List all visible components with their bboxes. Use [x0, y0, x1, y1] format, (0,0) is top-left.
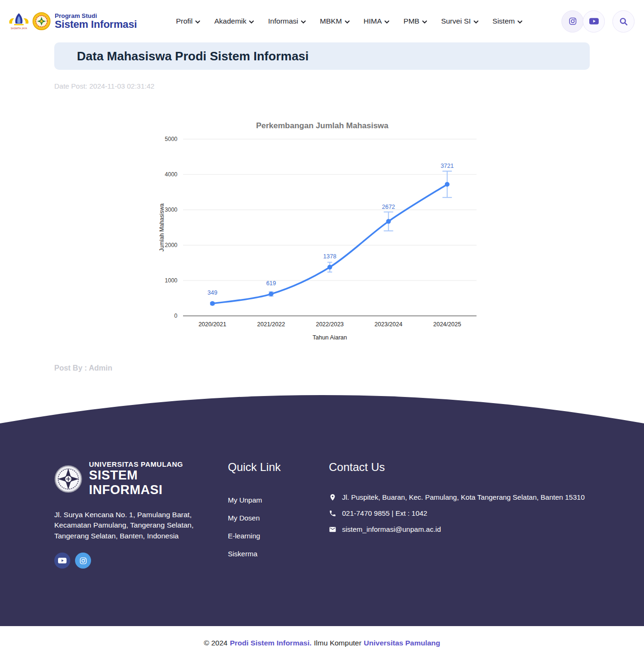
- footer-brand-text: UNIVERSITAS PAMULANG SISTEM INFORMASI: [89, 460, 210, 497]
- brand-line2: Sistem Informasi: [55, 19, 137, 30]
- instagram-icon: [569, 17, 577, 25]
- instagram-icon: [79, 557, 87, 565]
- youtube-link[interactable]: [54, 553, 70, 569]
- nav-item-informasi[interactable]: Informasi: [268, 17, 306, 25]
- svg-text:349: 349: [207, 289, 217, 296]
- search-button[interactable]: [612, 10, 635, 33]
- nav-item-label: HIMA: [364, 17, 382, 25]
- nav-item-survei-si[interactable]: Survei SI: [441, 17, 478, 25]
- brand-line1: Program Studi: [55, 13, 137, 19]
- quick-link-e-learning[interactable]: E-learning: [228, 530, 294, 542]
- copyright-link-unpam[interactable]: Universitas Pamulang: [364, 639, 440, 647]
- svg-text:2000: 2000: [165, 242, 177, 248]
- date-post: Date Post: 2024-11-03 02:31:42: [54, 82, 590, 91]
- nav-item-label: Informasi: [268, 17, 298, 25]
- svg-text:2672: 2672: [382, 204, 395, 210]
- quick-link-siskerma[interactable]: Siskerma: [228, 548, 294, 560]
- brand-text: Program Studi Sistem Informasi: [55, 13, 137, 30]
- footer-about: UNIVERSITAS PAMULANG SISTEM INFORMASI Jl…: [54, 460, 210, 626]
- sasmita-jaya-caption: SASMITA JAYA: [11, 27, 27, 30]
- phone-icon: [329, 510, 336, 517]
- nav-item-label: Survei SI: [441, 17, 471, 25]
- footer-brand: UNIVERSITAS PAMULANG SISTEM INFORMASI: [54, 460, 210, 497]
- footer-quick-link: Quick Link My Unpam My Dosen E-learning …: [228, 460, 294, 626]
- nav-item-hima[interactable]: HIMA: [364, 17, 390, 25]
- nav-item-pmb[interactable]: PMB: [403, 17, 427, 25]
- svg-text:4000: 4000: [165, 171, 177, 178]
- page: SASMITA JAYA Program Studi Sistem Inform…: [0, 0, 644, 669]
- page-title: Data Mahasiswa Prodi Sistem Informasi: [77, 49, 309, 64]
- footer: UNIVERSITAS PAMULANG SISTEM INFORMASI Jl…: [0, 437, 644, 626]
- chevron-down-icon: [474, 20, 478, 24]
- footer-brand-line2: SISTEM INFORMASI: [89, 468, 210, 497]
- header: SASMITA JAYA Program Studi Sistem Inform…: [0, 0, 644, 42]
- chart-container: Perkembangan Jumlah Mahasiswa01000200030…: [54, 118, 590, 339]
- svg-text:1378: 1378: [323, 253, 336, 260]
- unpam-footer-logo-icon: [54, 464, 82, 494]
- youtube-icon: [58, 557, 67, 564]
- nav-item-label: Sistem: [493, 17, 515, 25]
- svg-text:2024/2025: 2024/2025: [433, 321, 461, 328]
- copyright-prefix: © 2024: [204, 639, 227, 647]
- nav-item-label: PMB: [403, 17, 419, 25]
- svg-text:2020/2021: 2020/2021: [198, 321, 226, 328]
- quick-link-my-dosen[interactable]: My Dosen: [228, 512, 294, 524]
- instagram-link[interactable]: [75, 553, 91, 569]
- contact-phone-row: 021-7470 9855 | Ext : 1042: [329, 509, 644, 517]
- chevron-down-icon: [345, 20, 350, 24]
- chevron-down-icon: [301, 20, 306, 24]
- copyright-middle: Ilmu Komputer: [314, 639, 361, 647]
- main-content: Data Mahasiswa Prodi Sistem Informasi Da…: [54, 42, 590, 373]
- svg-text:5000: 5000: [165, 136, 177, 142]
- svg-text:0: 0: [174, 313, 177, 319]
- youtube-button[interactable]: [583, 10, 605, 33]
- svg-text:2023/2024: 2023/2024: [374, 321, 402, 328]
- svg-text:1000: 1000: [165, 277, 177, 284]
- chevron-down-icon: [385, 20, 389, 24]
- svg-text:3721: 3721: [440, 163, 453, 169]
- svg-text:2021/2022: 2021/2022: [257, 321, 285, 328]
- nav-item-label: Profil: [176, 17, 192, 25]
- quick-link-my-unpam[interactable]: My Unpam: [228, 494, 294, 506]
- nav-item-akademik[interactable]: Akademik: [214, 17, 254, 25]
- chevron-down-icon: [195, 20, 200, 24]
- svg-text:3000: 3000: [165, 206, 177, 213]
- contact-list: Jl. Puspitek, Buaran, Kec. Pamulang, Kot…: [329, 493, 644, 533]
- contact-email-row: sistem_informasi@unpam.ac.id: [329, 525, 644, 533]
- footer-brand-line1: UNIVERSITAS PAMULANG: [89, 460, 210, 468]
- nav-item-sistem[interactable]: Sistem: [493, 17, 522, 25]
- svg-text:Perkembangan Jumlah Mahasiswa: Perkembangan Jumlah Mahasiswa: [256, 121, 388, 130]
- contact-address-row: Jl. Puspitek, Buaran, Kec. Pamulang, Kot…: [329, 493, 644, 501]
- contact-phone: 021-7470 9855 | Ext : 1042: [342, 509, 427, 517]
- chevron-down-icon: [249, 20, 254, 24]
- footer-curve: [0, 394, 644, 437]
- svg-text:619: 619: [266, 280, 276, 287]
- nav-item-profil[interactable]: Profil: [176, 17, 200, 25]
- footer-socials: [54, 553, 210, 569]
- line-chart: Perkembangan Jumlah Mahasiswa01000200030…: [157, 118, 487, 339]
- instagram-button[interactable]: [561, 10, 584, 33]
- svg-text:Jumlah Mahasiswa: Jumlah Mahasiswa: [159, 203, 165, 251]
- svg-text:2022/2023: 2022/2023: [316, 321, 343, 328]
- footer-contact: Contact Us Jl. Puspitek, Buaran, Kec. Pa…: [329, 460, 644, 626]
- chevron-down-icon: [422, 20, 427, 24]
- main-nav: Profil Akademik Informasi MBKM HIMA PMB …: [137, 17, 561, 25]
- quick-link-title: Quick Link: [228, 460, 294, 474]
- location-pin-icon: [329, 494, 336, 501]
- envelope-icon: [329, 526, 336, 533]
- copyright-bar: © 2024 Prodi Sistem Informasi. Ilmu Komp…: [0, 626, 644, 660]
- search-icon: [619, 17, 628, 26]
- copyright-link-prodi[interactable]: Prodi Sistem Informasi.: [230, 639, 311, 647]
- page-title-banner: Data Mahasiswa Prodi Sistem Informasi: [54, 42, 590, 70]
- contact-us-title: Contact Us: [329, 460, 644, 474]
- sasmita-jaya-logo-icon: SASMITA JAYA: [8, 10, 30, 32]
- quick-link-list: My Unpam My Dosen E-learning Siskerma: [228, 494, 294, 560]
- footer-address: Jl. Surya Kencana No. 1, Pamulang Barat,…: [54, 510, 196, 541]
- post-by: Post By : Admin: [54, 364, 590, 373]
- chevron-down-icon: [518, 20, 522, 24]
- nav-item-mbkm[interactable]: MBKM: [320, 17, 350, 25]
- site-logo[interactable]: SASMITA JAYA Program Studi Sistem Inform…: [8, 10, 137, 32]
- nav-item-label: Akademik: [214, 17, 246, 25]
- svg-text:Tahun Ajaran: Tahun Ajaran: [312, 334, 347, 339]
- header-actions: [561, 10, 635, 33]
